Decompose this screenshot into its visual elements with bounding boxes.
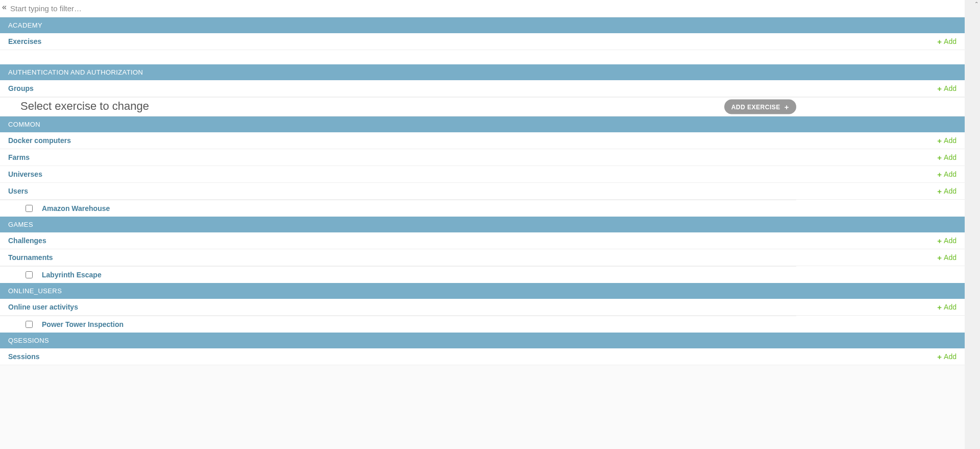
add-label: Add: [944, 136, 957, 145]
collapse-sidebar-icon[interactable]: «: [2, 3, 7, 11]
add-link-universes[interactable]: + Add: [937, 170, 957, 178]
add-link-sessions[interactable]: + Add: [937, 352, 957, 361]
add-label: Add: [944, 303, 957, 311]
page-title: Select exercise to change: [20, 100, 149, 113]
plus-icon: +: [937, 38, 942, 45]
model-row-challenges: Challenges + Add: [0, 232, 965, 249]
model-link-docker-computers[interactable]: Docker computers: [8, 136, 71, 145]
model-link-sessions[interactable]: Sessions: [8, 352, 39, 361]
add-link-challenges[interactable]: + Add: [937, 237, 957, 245]
model-link-online-user-activitys[interactable]: Online user activitys: [8, 303, 78, 311]
add-link-online-user-activitys[interactable]: + Add: [937, 303, 957, 311]
secondary-scrollbar[interactable]: ⌃: [972, 0, 980, 449]
plus-icon: +: [937, 353, 942, 361]
changelist-header: Select exercise to change ADD EXERCISE +: [0, 97, 965, 116]
add-label: Add: [944, 170, 957, 178]
add-exercise-button[interactable]: ADD EXERCISE +: [724, 100, 796, 114]
exercise-link-power-tower-inspection[interactable]: Power Tower Inspection: [42, 320, 124, 328]
list-item: Labyrinth Escape: [0, 266, 796, 283]
model-row-farms: Farms + Add: [0, 149, 965, 166]
model-link-exercises[interactable]: Exercises: [8, 37, 41, 45]
spacer: [0, 50, 965, 64]
add-link-docker-computers[interactable]: + Add: [937, 136, 957, 145]
plus-icon: +: [937, 137, 942, 145]
add-label: Add: [944, 253, 957, 262]
list-item: Power Tower Inspection: [0, 316, 796, 333]
plus-icon: +: [937, 171, 942, 178]
model-row-docker-computers: Docker computers + Add: [0, 132, 965, 149]
add-label: Add: [944, 352, 957, 361]
model-link-tournaments[interactable]: Tournaments: [8, 253, 53, 262]
select-checkbox[interactable]: [26, 321, 33, 328]
model-link-groups[interactable]: Groups: [8, 84, 34, 92]
select-checkbox[interactable]: [26, 271, 33, 278]
plus-icon: +: [937, 187, 942, 195]
model-link-users[interactable]: Users: [8, 187, 28, 195]
select-checkbox[interactable]: [26, 205, 33, 212]
add-label: Add: [944, 153, 957, 161]
exercise-link-amazon-warehouse[interactable]: Amazon Warehouse: [42, 204, 110, 212]
plus-icon: +: [937, 237, 942, 245]
plus-icon: +: [937, 303, 942, 311]
model-row-groups: Groups + Add: [0, 80, 965, 97]
exercise-link-labyrinth-escape[interactable]: Labyrinth Escape: [42, 271, 102, 279]
scroll-up-icon[interactable]: ⌃: [972, 0, 980, 8]
model-row-exercises: Exercises + Add: [0, 33, 965, 50]
section-header-games: GAMES: [0, 217, 965, 232]
filter-row: «: [0, 0, 965, 17]
add-label: Add: [944, 37, 957, 45]
model-link-universes[interactable]: Universes: [8, 170, 42, 178]
filter-input[interactable]: [8, 3, 957, 14]
section-header-common: COMMON: [0, 116, 965, 132]
add-label: Add: [944, 237, 957, 245]
plus-icon: +: [937, 154, 942, 161]
section-header-auth: AUTHENTICATION AND AUTHORIZATION: [0, 64, 965, 80]
add-label: Add: [944, 84, 957, 92]
model-row-users: Users + Add: [0, 183, 965, 200]
section-header-online-users: ONLINE_USERS: [0, 283, 965, 299]
model-link-challenges[interactable]: Challenges: [8, 237, 46, 245]
add-label: Add: [944, 187, 957, 195]
model-row-universes: Universes + Add: [0, 166, 965, 183]
model-link-farms[interactable]: Farms: [8, 153, 30, 161]
add-link-farms[interactable]: + Add: [937, 153, 957, 161]
add-link-exercises[interactable]: + Add: [937, 37, 957, 45]
add-exercise-label: ADD EXERCISE: [731, 103, 780, 110]
section-header-qsessions: QSESSIONS: [0, 333, 965, 348]
plus-icon: +: [937, 85, 942, 92]
add-link-users[interactable]: + Add: [937, 187, 957, 195]
list-item: Amazon Warehouse: [0, 200, 796, 217]
section-header-academy: ACADEMY: [0, 17, 965, 33]
model-row-tournaments: Tournaments + Add: [0, 249, 965, 266]
model-row-sessions: Sessions + Add: [0, 348, 965, 365]
plus-icon: +: [785, 103, 789, 111]
add-link-tournaments[interactable]: + Add: [937, 253, 957, 262]
model-row-online-user-activitys: Online user activitys + Add: [0, 299, 965, 316]
add-link-groups[interactable]: + Add: [937, 84, 957, 92]
plus-icon: +: [937, 254, 942, 262]
